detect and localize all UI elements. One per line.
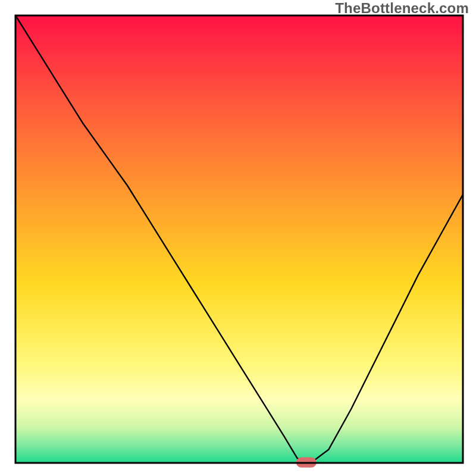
plot-background xyxy=(15,15,463,463)
chart-wrapper: TheBottleneck.com xyxy=(0,0,476,476)
bottleneck-chart xyxy=(0,0,476,476)
